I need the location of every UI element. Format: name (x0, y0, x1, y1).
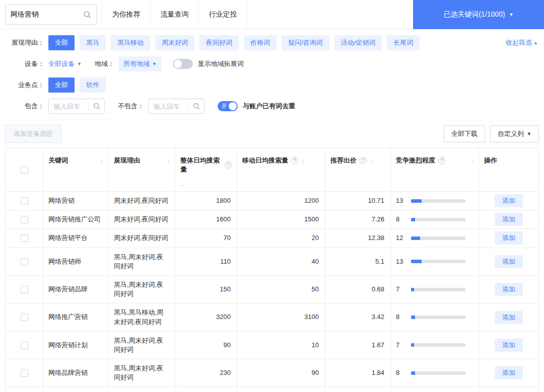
custom-columns-button[interactable]: 自定义列 ▼ (490, 125, 539, 142)
help-icon[interactable]: ? (225, 162, 232, 169)
device-filter-label: 设备： (5, 59, 44, 68)
column-label: 竞争激烈程度 (396, 156, 435, 165)
mobile-search-cell: 90 (237, 359, 325, 387)
mobile-search-cell: 40 (237, 248, 325, 275)
row-checkbox[interactable] (21, 258, 28, 266)
reason-filter-label: 展现理由： (5, 38, 44, 47)
competition-value: 7 (396, 285, 405, 294)
sort-icon[interactable]: ↓ (180, 181, 232, 187)
include-input[interactable] (49, 103, 89, 110)
bid-cell: 1.67 (325, 331, 391, 359)
keyword-cell: 网络广告营销 (43, 387, 109, 392)
add-button[interactable]: 添加 (495, 311, 523, 324)
bid-cell: 0.68 (325, 275, 391, 303)
reason-chip[interactable]: 价格词 (244, 35, 277, 50)
column-label: 展现理由 (114, 156, 140, 165)
help-icon[interactable]: ? (360, 157, 367, 164)
reason-chip[interactable]: 周末好词 (155, 35, 194, 50)
dedupe-toggle[interactable]: 开 (218, 101, 238, 111)
total-search-cell: 90 (175, 331, 237, 359)
column-header-keyword[interactable]: 关键词↓ (43, 148, 109, 192)
region-dropdown[interactable]: 所有地域 ▼ (118, 56, 162, 71)
add-button[interactable]: 添加 (495, 194, 523, 207)
tab-traffic-query[interactable]: 流量查询 (151, 0, 199, 29)
add-button[interactable]: 添加 (495, 213, 523, 226)
tab-recommended-for-you[interactable]: 为你推荐 (102, 0, 151, 29)
add-button[interactable]: 添加 (495, 283, 523, 296)
sort-icon[interactable]: ↓ (301, 158, 304, 164)
business-chip-group: 全部软件 (48, 77, 106, 93)
collapse-filters-link[interactable]: 收起筛选 ▲ (506, 38, 538, 47)
column-header-mobile[interactable]: 移动日均搜索量?↓ (237, 148, 325, 192)
select-all-checkbox[interactable] (21, 166, 28, 174)
collapse-filters-label: 收起筛选 (506, 38, 532, 47)
total-search-cell: 70 (175, 229, 237, 248)
device-region-row: 设备： 全部设备 ▼ 地域： 所有地域 ▼ 显示地域拓展词 (5, 56, 539, 71)
row-checkbox[interactable] (21, 369, 28, 377)
reason-chip[interactable]: 疑问/咨询词 (282, 35, 329, 50)
column-label: 推荐出价 (330, 156, 357, 165)
sort-icon[interactable]: ↓ (167, 158, 170, 164)
row-checkbox[interactable] (21, 234, 28, 242)
column-header-competition[interactable]: 竞争激烈程度?↓ (391, 148, 479, 192)
reason-chip[interactable]: 黑马 (80, 35, 106, 50)
help-icon[interactable]: ? (438, 157, 445, 164)
competition-bar (411, 218, 465, 221)
exclude-filter-label: 不包含： (118, 102, 144, 111)
selected-keywords-button[interactable]: 已选关键词(1/1000) ▼ (413, 0, 544, 29)
download-all-button[interactable]: 全部下载 (444, 125, 485, 142)
sort-icon[interactable]: ↓ (470, 158, 473, 164)
competition-bar-fill (411, 218, 415, 221)
column-header-total[interactable]: 整体日均搜索量?↓ (175, 148, 237, 192)
keyword-search-input[interactable] (6, 11, 83, 19)
row-checkbox[interactable] (21, 216, 28, 223)
search-icon[interactable] (83, 11, 96, 19)
chevron-down-icon: ▼ (152, 62, 157, 66)
region-filter-label: 地域： (95, 59, 114, 68)
reason-chip[interactable]: 长尾词 (387, 35, 420, 50)
business-chip[interactable]: 软件 (80, 77, 106, 93)
sort-icon[interactable]: ↓ (370, 158, 373, 164)
row-checkbox[interactable] (21, 197, 28, 205)
add-to-candidates-button[interactable]: 添加至备选区 (5, 125, 61, 143)
row-checkbox[interactable] (21, 342, 28, 349)
row-checkbox[interactable] (21, 313, 28, 321)
include-filter-label: 包含： (5, 102, 44, 111)
row-checkbox[interactable] (21, 286, 28, 293)
competition-bar (411, 199, 465, 203)
search-icon[interactable] (89, 102, 104, 111)
reason-cell: 周末好词,夜间好词 (109, 192, 175, 210)
add-button[interactable]: 添加 (495, 255, 523, 268)
exclude-input[interactable] (149, 103, 188, 110)
action-cell: 添加 (479, 229, 539, 248)
reason-chip[interactable]: 黑马移动 (111, 35, 150, 50)
region-expansion-toggle[interactable] (173, 59, 193, 69)
competition-value: 7 (396, 341, 405, 350)
reason-chip[interactable]: 活动/促销词 (334, 35, 382, 50)
top-bar: 为你推荐流量查询行业定投 已选关键词(1/1000) ▼ (0, 0, 544, 29)
column-header-reason[interactable]: 展现理由↓ (109, 148, 175, 192)
search-icon[interactable] (188, 102, 204, 111)
bid-cell: 3.42 (325, 303, 391, 331)
business-chip[interactable]: 全部 (48, 77, 75, 93)
keyword-cell: 网络营销平台 (43, 229, 109, 248)
add-button[interactable]: 添加 (495, 366, 523, 379)
tab-industry-targeting[interactable]: 行业定投 (199, 0, 247, 29)
table-row: 网络营销品牌黑马,周末好词,夜间好词150500.687添加 (6, 275, 539, 303)
reason-chip[interactable]: 全部 (48, 35, 75, 50)
add-button[interactable]: 添加 (495, 339, 523, 352)
sort-icon[interactable]: ↓ (100, 158, 103, 164)
table-row: 网络品牌营销黑马,周末好词,夜间好词230901.848添加 (6, 359, 539, 387)
keyword-cell: 网络营销推广公司 (43, 210, 109, 229)
total-search-cell: 1800 (175, 192, 237, 210)
keyword-cell: 网络营销计划 (43, 331, 109, 359)
total-search-cell: 110 (175, 248, 237, 275)
add-button[interactable]: 添加 (495, 231, 523, 245)
competition-value: 8 (396, 215, 405, 224)
reason-chip[interactable]: 夜间好词 (199, 35, 239, 50)
keyword-cell: 网络品牌营销 (43, 359, 109, 387)
help-icon[interactable]: ? (291, 157, 298, 164)
mobile-search-cell: 1200 (237, 192, 325, 210)
device-dropdown[interactable]: 全部设备 ▼ (48, 59, 82, 68)
column-header-bid[interactable]: 推荐出价?↓ (325, 148, 391, 192)
